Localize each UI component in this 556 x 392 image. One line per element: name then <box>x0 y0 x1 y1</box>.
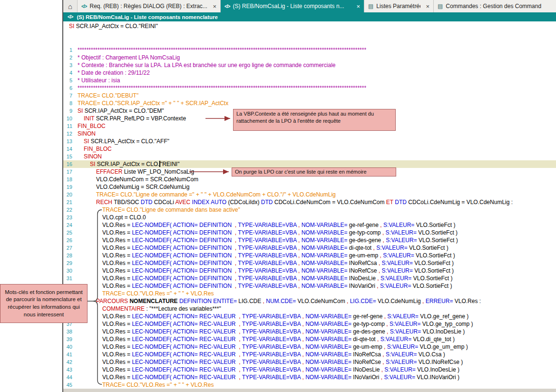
code-line[interactable]: 2* Objectif : Chargement LPA NomCsaLig <box>63 54 556 61</box>
code-line[interactable]: 42VLO.Res = LEC-NOMDEF( ACTION= REC-VALE… <box>63 358 556 366</box>
code-text: TRACE= CLO."Ligne de commande dans base … <box>74 206 240 214</box>
tab-close-icon[interactable]: × <box>210 3 216 10</box>
document-icon: ▤ <box>368 3 373 10</box>
code-line[interactable]: 33TRACE= CLO."VLO.Res =" + " " + VLO.Res <box>63 290 556 297</box>
code-icon: </> <box>224 4 230 9</box>
code-line[interactable]: 26VLO.Res = LEC-NOMDEF( ACTION= DEFINITI… <box>63 236 556 244</box>
code-line[interactable]: 39VLO.Res = LEC-NOMDEF( ACTION= REC-VALE… <box>63 335 556 343</box>
code-line[interactable]: 37VLO.Res = LEC-NOMDEF( ACTION= REC-VALE… <box>63 320 556 328</box>
code-line[interactable]: 43VLO.Res = LEC-NOMDEF( ACTION= REC-VALE… <box>63 366 556 373</box>
code-line[interactable]: 1***************************************… <box>63 46 556 54</box>
line-number: 12 <box>63 130 74 137</box>
code-line[interactable]: 36VLO.Res = LEC-NOMDEF( ACTION= REC-VALE… <box>63 313 556 320</box>
line-number: 42 <box>63 358 74 366</box>
document-title-bar: </> (S) REB/NomCsaLig - Liste composants… <box>63 12 556 21</box>
line-number: 22 <box>63 206 74 214</box>
window-left-border <box>62 0 63 392</box>
code-line[interactable]: 24VLO.Res = LEC-NOMDEF( ACTION= DEFINITI… <box>63 221 556 229</box>
code-line[interactable]: 27VLO.Res = LEC-NOMDEF( ACTION= DEFINITI… <box>63 244 556 252</box>
code-text: SINON <box>74 153 102 160</box>
code-text: SI SCR.LPA_ActCtx = CLO."AFF" <box>74 137 169 145</box>
code-text: SINON <box>74 130 96 137</box>
code-line[interactable]: 45TRACE= CLO."VLO.Res =" + " " + VLO.Res <box>63 381 556 389</box>
code-line[interactable]: 31VLO.Res = LEC-NOMDEF( ACTION= DEFINITI… <box>63 274 556 282</box>
tab-bar: ⌂ </> Req. (REB) : Règles DIALOG (REB) :… <box>63 0 556 12</box>
line-number: 15 <box>63 153 74 160</box>
code-lines: 1***************************************… <box>63 46 556 389</box>
code-text: TRACE= CLO."Ligne de commande =" + " " +… <box>74 191 336 198</box>
line-number: 13 <box>63 137 74 145</box>
line-number: 9 <box>63 107 74 115</box>
code-text: * Objectif : Chargement LPA NomCsaLig <box>74 54 180 61</box>
code-editor[interactable]: 1***************************************… <box>63 46 556 389</box>
code-line[interactable]: 12SINON <box>63 130 556 137</box>
code-line[interactable]: 44VLO.Res = LEC-NOMDEF( ACTION= REC-VALE… <box>63 373 556 381</box>
code-line[interactable]: 6***************************************… <box>63 84 556 92</box>
code-line[interactable]: 34PARCOURS NOMENCLATURE DEFINITION ENTIT… <box>63 297 556 305</box>
tab-nomcsalig-active[interactable]: </> (S) REB/NomCsaLig - Liste composants… <box>221 0 364 12</box>
code-text: * Contexte : Branchée sur la LPA. La LPA… <box>74 61 336 69</box>
code-line[interactable]: 40VLO.Res = LEC-NOMDEF( ACTION= REC-VALE… <box>63 343 556 351</box>
line-number: 39 <box>63 335 74 343</box>
code-line[interactable]: 4* Date de création : 29/11/22 <box>63 69 556 77</box>
code-line[interactable]: 21RECH TBD/SOC DTD CDCoLi AVEC INDEX AUT… <box>63 198 556 206</box>
code-line[interactable]: 38VLO.Res = LEC-NOMDEF( ACTION= REC-VALE… <box>63 328 556 335</box>
line-number: 24 <box>63 221 74 229</box>
code-line[interactable]: 25VLO.Res = LEC-NOMDEF( ACTION= DEFINITI… <box>63 229 556 236</box>
code-line[interactable]: 5* Utilisateur : isia <box>63 77 556 84</box>
code-text: VLO.Res = LEC-NOMDEF( ACTION= REC-VALEUR… <box>74 320 473 328</box>
line-number: 5 <box>63 77 74 84</box>
code-line[interactable]: 3* Contexte : Branchée sur la LPA. La LP… <box>63 61 556 69</box>
tab-label: Listes Paramétrées <box>376 3 420 10</box>
code-line[interactable]: 8TRACE= CLO."SCR.IAP_ActCtx =" + " " + S… <box>63 99 556 107</box>
line-number: 45 <box>63 381 74 389</box>
code-line[interactable]: 14FIN_BLOC <box>63 145 556 153</box>
tab-close-icon[interactable]: × <box>423 3 429 10</box>
line-number: 17 <box>63 168 74 176</box>
code-line[interactable]: 20TRACE= CLO."Ligne de commande =" + " "… <box>63 191 556 198</box>
code-line[interactable]: 15SINON <box>63 153 556 160</box>
code-line[interactable]: 29VLO.Res = LEC-NOMDEF( ACTION= DEFINITI… <box>63 259 556 267</box>
line-number: 26 <box>63 236 74 244</box>
code-text: SI SCR.IAP_ActCtx = CLO."REINI" <box>74 160 179 168</box>
code-line[interactable]: 35COMMENTAIRE : "***Lecture des variable… <box>63 305 556 313</box>
code-text: VLO.Res = LEC-NOMDEF( ACTION= DEFINITION… <box>74 282 452 290</box>
code-line[interactable]: 32VLO.Res = LEC-NOMDEF( ACTION= DEFINITI… <box>63 282 556 290</box>
code-text: VLO.Res = LEC-NOMDEF( ACTION= DEFINITION… <box>74 221 455 229</box>
code-line[interactable]: 28VLO.Res = LEC-NOMDEF( ACTION= DEFINITI… <box>63 252 556 259</box>
code-line[interactable]: 7TRACE= CLO."DEBUT" <box>63 92 556 99</box>
tab-commandes[interactable]: ▤ Commandes : Gestion des Command <box>434 0 556 12</box>
code-text: VLO.Res = LEC-NOMDEF( ACTION= DEFINITION… <box>74 252 455 259</box>
code-line[interactable]: 19VLO.CdeNumLig = SCR.CdeNumLig <box>63 183 556 191</box>
line-number: 40 <box>63 343 74 351</box>
line-number: 18 <box>63 176 74 183</box>
horizontal-scrollbar[interactable] <box>63 389 556 392</box>
tab-listes-parametrees[interactable]: ▤ Listes Paramétrées × <box>364 0 434 12</box>
code-line[interactable]: 30VLO.Res = LEC-NOMDEF( ACTION= DEFINITI… <box>63 267 556 274</box>
tab-home[interactable]: ⌂ <box>63 0 78 12</box>
code-line[interactable]: 41VLO.Res = LEC-NOMDEF( ACTION= REC-VALE… <box>63 351 556 358</box>
code-text: TRACE= CLO."DEBUT" <box>74 92 138 99</box>
code-text: VLO.CdeNumCom = SCR.CdeNumCom <box>74 176 198 183</box>
tab-close-icon[interactable]: × <box>354 3 360 10</box>
code-text: VLO.Res = LEC-NOMDEF( ACTION= REC-VALEUR… <box>74 358 463 366</box>
code-text: FIN_BLOC <box>74 145 112 153</box>
document-title: (S) REB/NomCsaLig - Liste composants nom… <box>77 14 218 20</box>
line-number: 31 <box>63 274 74 282</box>
code-text: VLO.Res = LEC-NOMDEF( ACTION= DEFINITION… <box>74 259 454 267</box>
line-number: 4 <box>63 69 74 77</box>
code-line[interactable]: 13SI SCR.LPA_ActCtx = CLO."AFF" <box>63 137 556 145</box>
code-line[interactable]: 23VLO.cpt = CLO.0 <box>63 214 556 221</box>
code-line[interactable]: 22TRACE= CLO."Ligne de commande dans bas… <box>63 206 556 214</box>
tab-label: Req. (REB) : Règles DIALOG (REB) : Extra… <box>89 3 207 10</box>
tab-req-reb[interactable]: </> Req. (REB) : Règles DIALOG (REB) : E… <box>78 0 221 12</box>
line-number: 27 <box>63 244 74 252</box>
code-line-current[interactable]: 16SI SCR.IAP_ActCtx = CLO."REINI" <box>63 160 556 168</box>
code-text: VLO.Res = LEC-NOMDEF( ACTION= REC-VALEUR… <box>74 366 459 373</box>
tab-label: Commandes : Gestion des Command <box>446 3 541 10</box>
code-text: RECH TBD/SOC DTD CDCoLi AVEC INDEX AUTO … <box>74 198 513 206</box>
code-text: VLO.CdeNumLig = SCR.CdeNumLig <box>74 183 189 191</box>
code-line[interactable]: 18VLO.CdeNumCom = SCR.CdeNumCom <box>63 176 556 183</box>
line-number: 19 <box>63 183 74 191</box>
code-text: TRACE= CLO."SCR.IAP_ActCtx =" + " " + SC… <box>74 99 228 107</box>
